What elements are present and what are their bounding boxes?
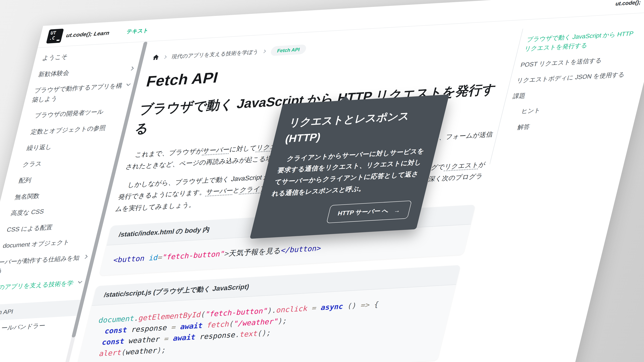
text-segment: を発行す [441,82,498,99]
chevron-down-icon [77,279,83,285]
text-segment: に対して [229,144,258,152]
logo-line-2: .C [49,35,62,41]
sidebar-item-label: 現代のアプリを支える技術を学ぼう [0,279,74,300]
nav-link-text[interactable]: テキスト [126,27,150,35]
glossary-term[interactable]: サーバー [202,146,230,155]
chevron-right-icon [129,65,136,71]
screenshot-root: UT .C ut.code(); Learn テキスト ut.code(); よ… [0,0,644,362]
brand-title[interactable]: ut.code(); Learn [66,30,110,38]
sidebar-item-label: CSS による配置 [6,223,54,233]
tooltip-body: クライアントからサーバーに対しサービスを要求する通信をリクエスト、リクエストに対… [270,145,426,200]
sidebar-item-label: モジュールバンドラー [0,322,46,332]
code-block-js: /static/script.js (ブラウザ上で動く JavaScript) … [73,265,461,362]
sidebar-item-label: ブラウザで動作するアプリを構築しよう [32,82,123,103]
text-segment: これまで、ブラウザが [134,147,204,158]
tooltip-http-server-button[interactable]: HTTP サーバー へ → [326,200,412,223]
sidebar-item-label: 新歓体験会 [38,69,70,77]
tooltip-button-label: HTTP サーバー へ [337,207,390,217]
external-link-label: ut.code(); [615,0,642,6]
sidebar-item-label: 繰り返し [26,143,53,151]
sidebar-item-label: ようこそ [42,53,68,61]
arrow-right-icon: → [393,207,401,214]
logo-line-1: UT [50,30,64,36]
breadcrumb-current-chip[interactable]: Fetch API [270,44,307,56]
sidebar-item-label: 高度な CSS [10,208,45,217]
sidebar-item-label: Fetch API [0,308,14,316]
glossary-term[interactable]: リクエスト [444,161,480,171]
sidebar-item-label: クラス [22,160,43,168]
glossary-term[interactable]: サーバー [205,187,234,197]
external-site-link[interactable]: ut.code(); [615,0,644,7]
chevron-down-icon [125,82,132,87]
external-link-icon [643,0,644,5]
text-segment: る [133,121,150,136]
sidebar-item-label: document オブジェクト [2,239,70,249]
chevron-right-icon [83,254,90,259]
browser-page: UT .C ut.code(); Learn テキスト ut.code(); よ… [0,0,644,362]
sidebar-item-label: サーバーが動作する仕組みを知ろう [0,254,80,275]
sidebar-item-label: 配列 [18,176,32,184]
sidebar-item-label: 無名関数 [14,192,40,200]
sidebar-item-label: 定数とオブジェクトの参照 [30,124,107,135]
sidebar-item-label: ブラウザの開発者ツール [34,108,104,119]
tooltip-title: リクエストとレスポンス (HTTP) [284,106,435,147]
breadcrumb-separator-icon [162,54,168,60]
home-icon[interactable] [152,54,160,62]
toc-list: ブラウザで動く JavaScript から HTTP リクエストを発行するPOS… [504,24,644,136]
breadcrumb-separator-icon [262,48,268,55]
breadcrumb-section-link[interactable]: 現代のアプリを支える技術を学ぼう [171,48,259,60]
utcode-logo-icon[interactable]: UT .C [46,28,64,43]
